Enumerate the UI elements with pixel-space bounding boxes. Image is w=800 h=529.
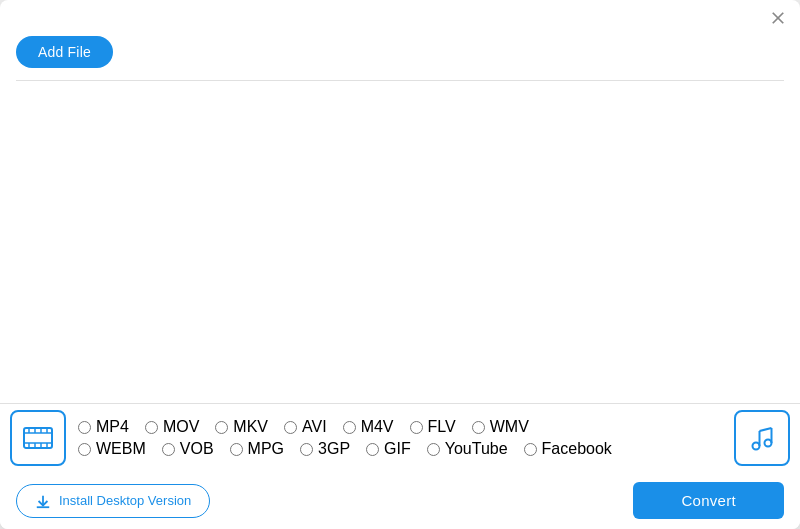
format-m4v-label: M4V — [361, 418, 394, 436]
format-mkv[interactable]: MKV — [215, 418, 268, 436]
format-youtube-radio[interactable] — [427, 443, 440, 456]
format-youtube[interactable]: YouTube — [427, 440, 508, 458]
format-mov[interactable]: MOV — [145, 418, 199, 436]
format-mpg-label: MPG — [248, 440, 284, 458]
download-icon — [35, 493, 51, 509]
format-mpg[interactable]: MPG — [230, 440, 284, 458]
format-wmv-radio[interactable] — [472, 421, 485, 434]
format-webm-radio[interactable] — [78, 443, 91, 456]
format-flv-radio[interactable] — [410, 421, 423, 434]
format-row-1: MP4 MOV MKV AVI M4V — [78, 418, 726, 436]
svg-line-17 — [760, 428, 772, 431]
format-facebook-radio[interactable] — [524, 443, 537, 456]
format-mp4-label: MP4 — [96, 418, 129, 436]
format-vob-label: VOB — [180, 440, 214, 458]
format-3gp-label: 3GP — [318, 440, 350, 458]
format-webm[interactable]: WEBM — [78, 440, 146, 458]
format-gif-label: GIF — [384, 440, 411, 458]
convert-button[interactable]: Convert — [633, 482, 784, 519]
svg-point-13 — [753, 443, 760, 450]
bottom-bar: Install Desktop Version Convert — [0, 472, 800, 529]
video-format-icon — [10, 410, 66, 466]
title-bar — [0, 0, 800, 36]
format-flv-label: FLV — [428, 418, 456, 436]
format-3gp-radio[interactable] — [300, 443, 313, 456]
format-avi[interactable]: AVI — [284, 418, 327, 436]
close-button[interactable] — [768, 8, 788, 28]
format-facebook[interactable]: Facebook — [524, 440, 612, 458]
format-facebook-label: Facebook — [542, 440, 612, 458]
format-wmv-label: WMV — [490, 418, 529, 436]
install-desktop-button[interactable]: Install Desktop Version — [16, 484, 210, 518]
format-vob[interactable]: VOB — [162, 440, 214, 458]
format-wmv[interactable]: WMV — [472, 418, 529, 436]
format-mp4-radio[interactable] — [78, 421, 91, 434]
format-m4v[interactable]: M4V — [343, 418, 394, 436]
format-vob-radio[interactable] — [162, 443, 175, 456]
svg-point-14 — [765, 440, 772, 447]
install-label: Install Desktop Version — [59, 493, 191, 508]
format-options: MP4 MOV MKV AVI M4V — [78, 418, 726, 458]
format-mkv-label: MKV — [233, 418, 268, 436]
format-flv[interactable]: FLV — [410, 418, 456, 436]
format-gif-radio[interactable] — [366, 443, 379, 456]
format-row-2: WEBM VOB MPG 3GP GIF — [78, 440, 726, 458]
toolbar: Add File — [0, 36, 800, 80]
format-mp4[interactable]: MP4 — [78, 418, 129, 436]
format-bar: MP4 MOV MKV AVI M4V — [0, 403, 800, 472]
format-m4v-radio[interactable] — [343, 421, 356, 434]
app-window: Add File — [0, 0, 800, 529]
format-mpg-radio[interactable] — [230, 443, 243, 456]
format-mkv-radio[interactable] — [215, 421, 228, 434]
format-gif[interactable]: GIF — [366, 440, 411, 458]
audio-format-icon — [734, 410, 790, 466]
svg-rect-2 — [24, 428, 52, 448]
format-webm-label: WEBM — [96, 440, 146, 458]
format-avi-radio[interactable] — [284, 421, 297, 434]
format-youtube-label: YouTube — [445, 440, 508, 458]
format-mov-label: MOV — [163, 418, 199, 436]
add-file-button[interactable]: Add File — [16, 36, 113, 68]
format-3gp[interactable]: 3GP — [300, 440, 350, 458]
format-avi-label: AVI — [302, 418, 327, 436]
format-mov-radio[interactable] — [145, 421, 158, 434]
content-area — [0, 81, 800, 403]
